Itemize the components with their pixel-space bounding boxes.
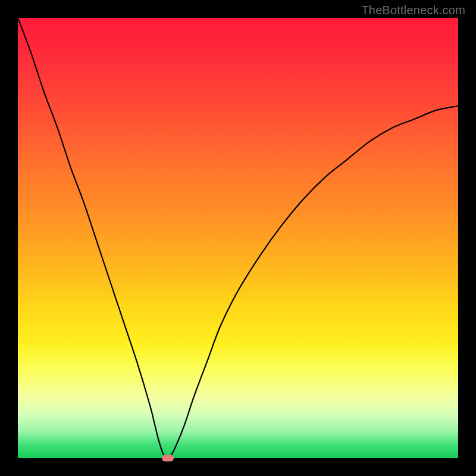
plot-area [18,18,458,458]
optimal-point-marker [162,455,174,462]
bottleneck-curve [18,18,458,458]
chart-container: TheBottleneck.com [0,0,476,476]
watermark-text: TheBottleneck.com [361,4,465,17]
